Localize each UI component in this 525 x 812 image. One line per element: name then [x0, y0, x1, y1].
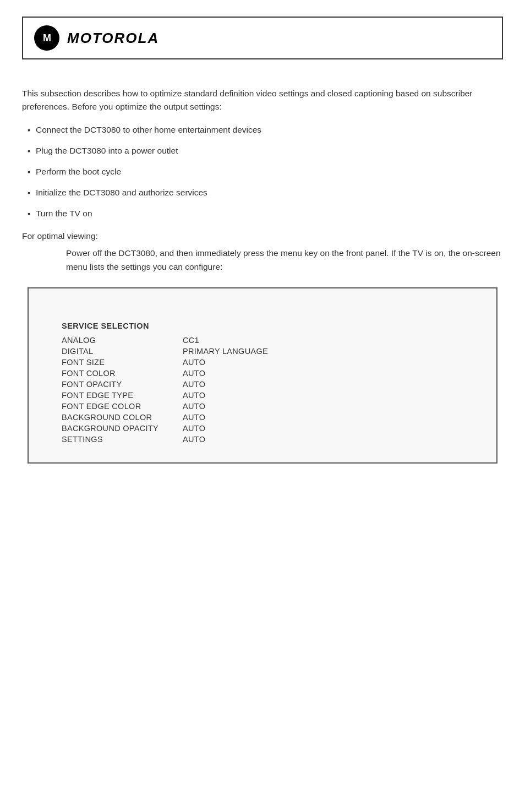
settings-value-font-edge-type: AUTO: [183, 391, 205, 400]
settings-label-font-opacity: FONT OPACITY: [62, 380, 183, 389]
settings-label-font-edge-color: FONT EDGE COLOR: [62, 402, 183, 411]
settings-row-font-color: FONT COLOR AUTO: [62, 368, 474, 379]
settings-label-background-opacity: BACKGROUND OPACITY: [62, 424, 183, 433]
settings-value-background-opacity: AUTO: [183, 424, 205, 433]
motorola-logo: M MOTOROLA: [34, 25, 159, 51]
settings-label-font-color: FONT COLOR: [62, 369, 183, 378]
bullet-list: Connect the DCT3080 to other home entert…: [22, 123, 503, 220]
header: M MOTOROLA: [22, 17, 503, 59]
settings-row-background-opacity: BACKGROUND OPACITY AUTO: [62, 423, 474, 434]
settings-label-digital: DIGITAL: [62, 347, 183, 356]
settings-value-digital: PRIMARY LANGUAGE: [183, 347, 268, 356]
settings-value-font-edge-color: AUTO: [183, 402, 205, 411]
settings-section-title: SERVICE SELECTION: [62, 321, 474, 330]
list-item: Plug the DCT3080 into a power outlet: [22, 144, 503, 157]
svg-text:M: M: [43, 32, 51, 43]
brand-name: MOTOROLA: [67, 30, 159, 47]
settings-label-font-size: FONT SIZE: [62, 358, 183, 367]
settings-row-digital: DIGITAL PRIMARY LANGUAGE: [62, 346, 474, 357]
settings-label-analog: ANALOG: [62, 336, 183, 345]
motorola-m-icon: M: [38, 29, 56, 47]
list-item: Turn the TV on: [22, 207, 503, 220]
settings-label-font-edge-type: FONT EDGE TYPE: [62, 391, 183, 400]
settings-value-analog: CC1: [183, 336, 199, 345]
settings-value-settings: AUTO: [183, 435, 205, 444]
settings-row-background-color: BACKGROUND COLOR AUTO: [62, 412, 474, 423]
settings-label-settings: SETTINGS: [62, 435, 183, 444]
settings-row-settings: SETTINGS AUTO: [62, 434, 474, 445]
settings-table: SERVICE SELECTION ANALOG CC1 DIGITAL PRI…: [62, 321, 474, 445]
optimal-paragraph: Power off the DCT3080, and then immediat…: [22, 247, 503, 274]
settings-value-background-color: AUTO: [183, 413, 205, 422]
page-wrapper: M MOTOROLA This subsection describes how…: [0, 17, 525, 812]
settings-row-font-size: FONT SIZE AUTO: [62, 357, 474, 368]
intro-paragraph: This subsection describes how to optimiz…: [22, 87, 503, 113]
optimal-label: For optimal viewing:: [22, 231, 503, 241]
settings-row-font-edge-type: FONT EDGE TYPE AUTO: [62, 390, 474, 401]
list-item: Connect the DCT3080 to other home entert…: [22, 123, 503, 137]
settings-value-font-opacity: AUTO: [183, 380, 205, 389]
settings-value-font-size: AUTO: [183, 358, 205, 367]
settings-box: SERVICE SELECTION ANALOG CC1 DIGITAL PRI…: [28, 287, 497, 464]
main-content: This subsection describes how to optimiz…: [0, 59, 525, 486]
motorola-logo-circle: M: [34, 25, 59, 51]
settings-row-font-opacity: FONT OPACITY AUTO: [62, 379, 474, 390]
settings-value-font-color: AUTO: [183, 369, 205, 378]
settings-row-font-edge-color: FONT EDGE COLOR AUTO: [62, 401, 474, 412]
settings-label-background-color: BACKGROUND COLOR: [62, 413, 183, 422]
list-item: Initialize the DCT3080 and authorize ser…: [22, 186, 503, 199]
list-item: Perform the boot cycle: [22, 165, 503, 178]
settings-row-analog: ANALOG CC1: [62, 335, 474, 346]
